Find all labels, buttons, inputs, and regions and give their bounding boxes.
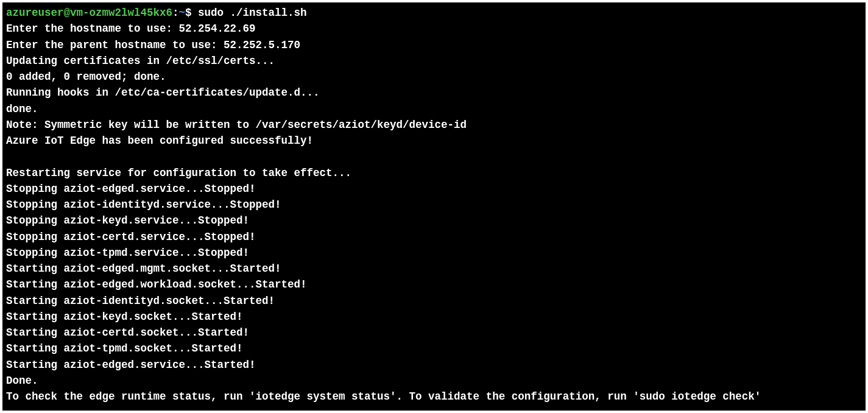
output-line: 0 added, 0 removed; done. xyxy=(6,69,862,85)
prompt-dollar: $ xyxy=(185,7,198,19)
output-line: Restarting service for configuration to … xyxy=(6,165,862,181)
output-line: Starting aziot-edged.workload.socket...S… xyxy=(6,277,862,292)
output-line: Stopping aziot-keyd.service...Stopped! xyxy=(6,213,862,228)
output-line: Note: Symmetric key will be written to /… xyxy=(6,117,862,133)
output-line: Updating certificates in /etc/ssl/certs.… xyxy=(6,53,862,69)
terminal-window[interactable]: azureuser@vm-ozmw2lwl45kx6:~$ sudo ./ins… xyxy=(2,2,866,411)
output-line: Done. xyxy=(6,373,862,389)
output-line: Starting aziot-edged.service...Started! xyxy=(6,357,862,373)
output-line: Starting aziot-identityd.socket...Starte… xyxy=(6,293,862,309)
output-line: Running hooks in /etc/ca-certificates/up… xyxy=(6,85,862,101)
output-line: Stopping aziot-edged.service...Stopped! xyxy=(6,181,862,197)
output-line: Enter the hostname to use: 52.254.22.69 xyxy=(6,21,862,37)
output-line: Starting aziot-certd.socket...Started! xyxy=(6,325,862,341)
output-line: Starting aziot-edged.mgmt.socket...Start… xyxy=(6,261,862,277)
output-container: Enter the hostname to use: 52.254.22.69E… xyxy=(6,21,862,404)
output-line: Azure IoT Edge has been configured succe… xyxy=(6,133,862,149)
prompt-line: azureuser@vm-ozmw2lwl45kx6:~$ sudo ./ins… xyxy=(6,5,862,21)
prompt-path: ~ xyxy=(179,7,186,19)
output-line: Starting aziot-keyd.socket...Started! xyxy=(6,309,862,325)
output-line: Stopping aziot-tpmd.service...Stopped! xyxy=(6,245,862,261)
output-line: To check the edge runtime status, run 'i… xyxy=(6,389,862,404)
output-line: Enter the parent hostname to use: 52.252… xyxy=(6,37,862,53)
output-line xyxy=(6,149,862,164)
output-line: Stopping aziot-identityd.service...Stopp… xyxy=(6,197,862,213)
command-text: sudo ./install.sh xyxy=(198,7,307,19)
output-line: done. xyxy=(6,101,862,117)
output-line: Starting aziot-tpmd.socket...Started! xyxy=(6,341,862,356)
prompt-user-host: azureuser@vm-ozmw2lwl45kx6 xyxy=(6,7,172,19)
output-line: Stopping aziot-certd.service...Stopped! xyxy=(6,229,862,245)
prompt-separator: : xyxy=(172,7,179,19)
